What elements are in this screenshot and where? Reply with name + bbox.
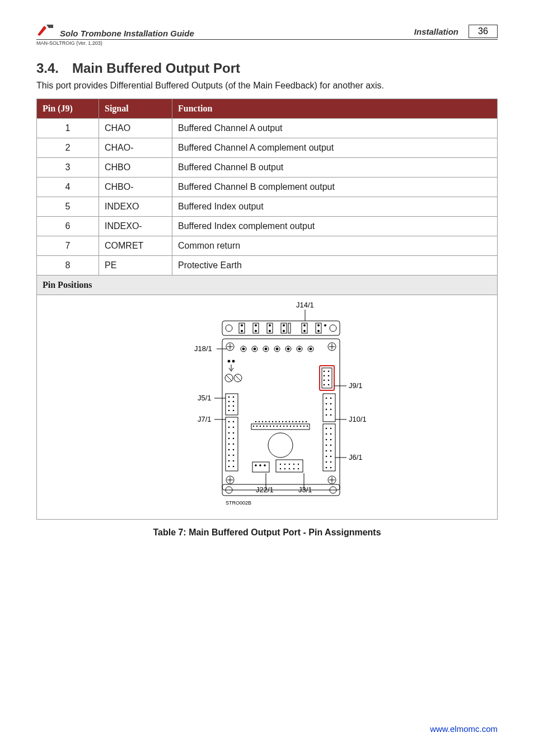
svg-point-118	[326, 439, 327, 441]
cell-pin: 8	[37, 256, 99, 276]
svg-point-74	[228, 396, 230, 398]
doc-title: Solo Trombone Installation Guide	[60, 29, 194, 38]
svg-point-64	[324, 371, 325, 372]
svg-point-15	[283, 330, 285, 332]
svg-rect-113	[323, 424, 335, 471]
cell-function: Buffered Channel B complement output	[172, 178, 498, 197]
svg-point-155	[280, 426, 281, 427]
svg-point-86	[228, 427, 230, 428]
svg-point-21	[318, 325, 320, 326]
cell-signal: CHBO	[99, 158, 172, 178]
svg-point-140	[285, 421, 287, 422]
cell-pin: 2	[37, 138, 99, 158]
intro-text: This port provides Differential Buffered…	[36, 81, 498, 91]
page-number: 36	[469, 25, 498, 38]
svg-point-45	[265, 348, 267, 350]
section-number: 3.4.	[36, 60, 59, 76]
svg-point-111	[330, 414, 332, 416]
svg-point-100	[228, 466, 230, 468]
svg-point-91	[233, 438, 235, 440]
svg-rect-63	[322, 368, 332, 388]
svg-point-93	[233, 444, 235, 445]
svg-point-110	[326, 414, 327, 416]
cell-signal: CHAO-	[99, 138, 172, 158]
svg-point-14	[283, 325, 285, 326]
col-signal: Signal	[99, 99, 172, 119]
svg-point-8	[255, 325, 257, 326]
cell-function: Buffered Channel A output	[172, 119, 498, 138]
svg-point-147	[253, 426, 254, 427]
table-row: 4 CHBO- Buffered Channel B complement ou…	[37, 178, 498, 197]
svg-point-23	[325, 325, 326, 326]
table-row: 8 PE Protective Earth	[37, 256, 498, 276]
svg-point-138	[279, 421, 280, 422]
col-function: Function	[172, 99, 498, 119]
svg-point-99	[233, 460, 235, 462]
svg-point-136	[272, 421, 273, 422]
svg-point-143	[296, 421, 297, 422]
svg-point-168	[260, 465, 261, 466]
svg-point-88	[228, 432, 230, 434]
cell-signal: INDEXO	[99, 197, 172, 217]
brand-logo	[36, 22, 55, 37]
svg-point-47	[276, 348, 278, 350]
connector-diagram: J14/1	[161, 300, 373, 515]
svg-point-157	[287, 426, 288, 427]
label-j7: J7/1	[198, 415, 212, 423]
svg-point-22	[318, 330, 320, 332]
svg-point-98	[228, 460, 230, 462]
svg-point-121	[330, 445, 332, 446]
svg-point-169	[264, 465, 266, 466]
svg-point-76	[228, 401, 230, 403]
svg-point-134	[265, 421, 266, 422]
cell-pin: 7	[37, 236, 99, 256]
svg-point-124	[326, 456, 327, 458]
cell-function: Buffered Index complement output	[172, 217, 498, 236]
section-heading: 3.4. Main Buffered Output Port	[36, 60, 498, 76]
label-j5: J5/1	[198, 394, 212, 402]
label-j9: J9/1	[349, 381, 363, 390]
svg-point-84	[228, 421, 230, 423]
svg-point-101	[233, 466, 235, 468]
page-header: Solo Trombone Installation Guide Install…	[36, 22, 498, 46]
svg-point-11	[269, 325, 271, 326]
svg-point-176	[280, 468, 281, 469]
svg-point-97	[233, 455, 235, 456]
svg-point-2	[226, 325, 232, 332]
svg-point-80	[228, 410, 230, 412]
cell-signal: COMRET	[99, 236, 172, 256]
table-caption: Table 7: Main Buffered Output Port - Pin…	[36, 528, 498, 538]
section-label: Installation	[414, 27, 458, 36]
svg-line-61	[235, 375, 241, 381]
svg-point-69	[328, 380, 330, 381]
cell-function: Buffered Index output	[172, 197, 498, 217]
svg-point-160	[297, 426, 298, 427]
svg-point-175	[298, 464, 299, 465]
svg-rect-170	[276, 460, 303, 472]
svg-point-70	[324, 384, 325, 386]
svg-point-114	[326, 428, 327, 430]
svg-point-85	[233, 421, 235, 423]
svg-point-18	[304, 325, 306, 326]
svg-point-162	[303, 426, 305, 427]
svg-point-120	[326, 445, 327, 446]
svg-point-122	[326, 450, 327, 452]
version-line: MAN-SOLTROIG (Ver. 1.203)	[36, 40, 498, 46]
footer-link[interactable]: www.elmomc.com	[430, 724, 498, 734]
svg-point-78	[228, 405, 230, 407]
svg-point-67	[328, 375, 330, 377]
table-row: 3 CHBO Buffered Channel B output	[37, 158, 498, 178]
svg-point-156	[283, 426, 284, 427]
svg-point-79	[233, 405, 235, 407]
svg-rect-103	[323, 394, 335, 422]
svg-point-106	[326, 403, 327, 405]
svg-rect-16	[288, 323, 291, 333]
svg-point-149	[260, 426, 261, 427]
svg-point-152	[270, 426, 271, 427]
label-j3: J3/1	[298, 486, 312, 494]
svg-point-109	[330, 409, 332, 410]
svg-point-177	[284, 468, 285, 469]
svg-point-89	[233, 432, 235, 434]
svg-rect-24	[222, 339, 340, 490]
cell-pin: 1	[37, 119, 99, 138]
